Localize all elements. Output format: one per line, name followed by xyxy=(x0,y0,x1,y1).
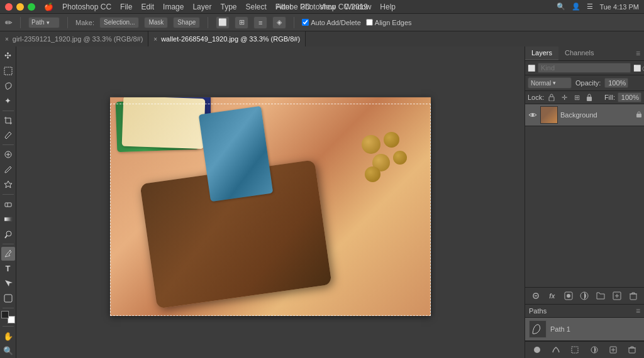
panel-options-icon[interactable]: ≡ xyxy=(632,46,644,60)
apple-menu[interactable]: 🍎 xyxy=(44,3,53,11)
menu-help[interactable]: Help xyxy=(380,3,396,11)
layers-panel-bottom-icons: fx xyxy=(525,287,644,304)
path-ops-icon-2[interactable]: ⊞ xyxy=(235,16,248,29)
app-name[interactable]: Photoshop CC xyxy=(62,3,111,11)
tool-lasso[interactable] xyxy=(1,79,15,93)
tab-channels[interactable]: Channels xyxy=(558,46,600,60)
delete-layer-button[interactable] xyxy=(628,290,639,301)
path-ops-icon-4[interactable]: ◈ xyxy=(272,16,286,29)
auto-add-delete-checkbox[interactable]: Auto Add/Delete xyxy=(302,19,361,26)
align-edges-checkbox[interactable]: Align Edges xyxy=(366,19,412,26)
new-layer-button[interactable] xyxy=(611,290,623,301)
notification-icon[interactable]: ☰ xyxy=(587,3,593,11)
fx-button[interactable]: fx xyxy=(547,290,558,301)
lock-move-icon[interactable]: ✛ xyxy=(559,92,569,102)
selection-button[interactable]: Selection... xyxy=(99,17,139,28)
svg-rect-10 xyxy=(4,217,12,221)
menu-filter[interactable]: Filter xyxy=(275,3,292,11)
tool-healing-brush[interactable] xyxy=(1,148,15,161)
tool-dodge[interactable] xyxy=(1,227,15,241)
document-tabs-bar: × girl-2359121_1920.jpg @ 33.3% (RGB/8#)… xyxy=(0,31,644,46)
pixel-filter-icon[interactable]: ⬜ xyxy=(633,65,641,72)
tool-gradient[interactable] xyxy=(1,212,15,226)
path-type-dropdown[interactable]: Path xyxy=(28,17,60,28)
tool-eraser[interactable] xyxy=(1,197,15,211)
lock-artboard-icon[interactable]: ⊞ xyxy=(572,92,582,102)
path-thumb-svg xyxy=(531,322,545,336)
toolbar-sep-6 xyxy=(3,326,14,327)
stroke-path-button[interactable] xyxy=(550,344,562,355)
options-separator xyxy=(20,17,21,28)
tool-quick-select[interactable]: ✦ xyxy=(1,94,15,108)
panel-search-bar: ⬜ ⬜ ◑ T ⬟ ☆ xyxy=(525,61,644,75)
layer-visibility-eye[interactable] xyxy=(528,110,538,120)
align-edges-input[interactable] xyxy=(366,19,373,26)
svg-line-12 xyxy=(5,236,7,238)
fill-value[interactable]: 100% xyxy=(618,92,641,102)
lock-pixels-icon[interactable] xyxy=(547,92,557,102)
user-icon[interactable]: 👤 xyxy=(572,3,580,11)
tab-layers[interactable]: Layers xyxy=(525,46,558,60)
add-mask-button[interactable] xyxy=(563,290,574,301)
canvas-area[interactable] xyxy=(16,46,525,358)
mask-button[interactable]: Mask xyxy=(144,17,168,28)
tab-girl[interactable]: × girl-2359121_1920.jpg @ 33.3% (RGB/8#) xyxy=(0,31,148,46)
tool-shape[interactable] xyxy=(1,291,15,305)
tab-wallet[interactable]: × wallet-2668549_1920.jpg @ 33.3% (RGB/8… xyxy=(148,31,306,46)
path-ops-icon-1[interactable]: ⬜ xyxy=(216,16,230,29)
tool-brush[interactable] xyxy=(1,163,15,176)
maximize-button[interactable] xyxy=(28,3,35,11)
lock-all-icon[interactable] xyxy=(584,92,594,102)
tool-move[interactable]: ✣ xyxy=(1,49,15,63)
layer-search-input[interactable] xyxy=(538,63,631,73)
path-1-row[interactable]: Path 1 xyxy=(525,318,644,341)
svg-rect-28 xyxy=(572,347,578,353)
opacity-value[interactable]: 100% xyxy=(604,78,628,88)
svg-point-17 xyxy=(531,114,534,116)
adjustment-layer-button[interactable] xyxy=(579,290,590,301)
tool-rectangle-select[interactable] xyxy=(1,64,15,78)
svg-rect-15 xyxy=(549,97,554,101)
selection-to-mask-button[interactable] xyxy=(589,344,600,355)
color-picker[interactable] xyxy=(1,311,15,323)
tool-crop[interactable] xyxy=(1,114,15,127)
menu-image[interactable]: Image xyxy=(163,3,184,11)
opacity-label: Opacity: xyxy=(575,79,601,87)
blend-mode-label: Normal xyxy=(531,80,551,87)
panel-tabs: Layers Channels ≡ xyxy=(525,46,644,61)
clock: Tue 4:13 PM xyxy=(599,3,639,11)
shape-button[interactable]: Shape xyxy=(173,17,200,28)
menu-view[interactable]: View xyxy=(319,3,336,11)
paths-options-icon[interactable]: ≡ xyxy=(636,306,640,315)
close-button[interactable] xyxy=(5,3,13,11)
new-path-button[interactable] xyxy=(608,344,619,355)
menu-file[interactable]: File xyxy=(120,3,132,11)
menu-type[interactable]: Type xyxy=(220,3,236,11)
path-to-selection-button[interactable] xyxy=(569,344,580,355)
menu-window[interactable]: Window xyxy=(345,3,372,11)
blend-mode-dropdown[interactable]: Normal xyxy=(528,77,572,89)
link-layers-button[interactable] xyxy=(530,290,541,301)
tool-type[interactable]: T xyxy=(1,262,15,276)
minimize-button[interactable] xyxy=(16,3,24,11)
fill-path-button[interactable] xyxy=(531,344,543,355)
menu-edit[interactable]: Edit xyxy=(141,3,154,11)
search-icon[interactable]: 🔍 xyxy=(557,3,565,11)
tool-clone-stamp[interactable] xyxy=(1,178,15,192)
options-separator-4 xyxy=(294,17,294,28)
layer-background-row[interactable]: Background xyxy=(525,104,644,126)
tool-zoom[interactable]: 🔍 xyxy=(1,344,15,358)
tool-pen[interactable] xyxy=(1,247,15,261)
canvas-image[interactable] xyxy=(110,97,431,316)
tool-hand[interactable]: ✋ xyxy=(1,329,15,343)
menu-layer[interactable]: Layer xyxy=(192,3,211,11)
fill-label: Fill: xyxy=(604,94,615,101)
menu-3d[interactable]: 3D xyxy=(301,3,311,11)
tool-path-select[interactable] xyxy=(1,276,15,290)
menu-select[interactable]: Select xyxy=(245,3,266,11)
auto-add-delete-input[interactable] xyxy=(302,19,309,26)
group-layers-button[interactable] xyxy=(595,290,606,301)
tool-eyedropper[interactable] xyxy=(1,128,15,142)
delete-path-button[interactable] xyxy=(626,344,638,355)
path-ops-icon-3[interactable]: ≡ xyxy=(253,16,267,29)
